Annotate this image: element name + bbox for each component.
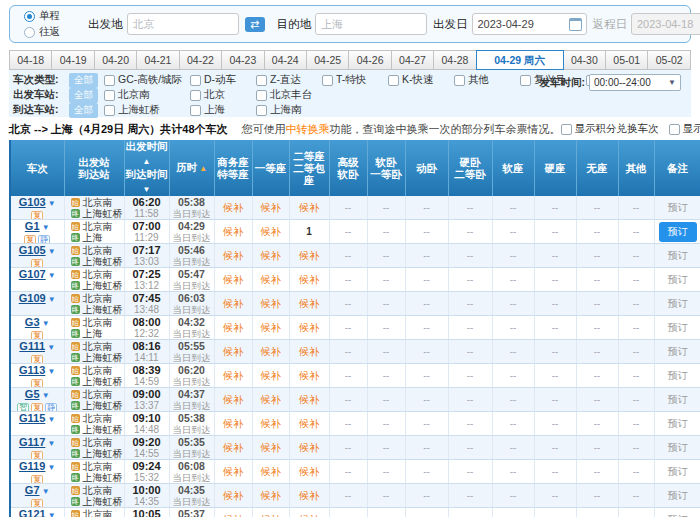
seat-availability-cell[interactable]: 候补 bbox=[252, 196, 289, 220]
filter-option[interactable]: GC-高铁/城际 bbox=[104, 73, 190, 87]
train-number-link[interactable]: G1 bbox=[25, 220, 40, 232]
seat-availability-cell[interactable]: 候补 bbox=[252, 244, 289, 268]
seat-availability-cell[interactable]: 1 bbox=[289, 220, 329, 244]
seat-availability-cell[interactable]: 候补 bbox=[289, 316, 329, 340]
train-number-link[interactable]: G107 bbox=[19, 268, 46, 280]
train-number-link[interactable]: G3 bbox=[25, 316, 40, 328]
date-tab-05-01[interactable]: 05-01 bbox=[605, 50, 648, 70]
seat-availability-cell[interactable]: 候补 bbox=[252, 220, 289, 244]
book-button[interactable]: 预订 bbox=[659, 222, 697, 242]
seat-availability-cell[interactable]: 候补 bbox=[289, 484, 329, 508]
seat-availability-cell[interactable]: 候补 bbox=[289, 268, 329, 292]
swap-stations-icon[interactable]: ⇄ bbox=[245, 17, 265, 32]
seat-availability-cell[interactable]: 候补 bbox=[252, 484, 289, 508]
column-header[interactable]: 历时 ▲ bbox=[169, 140, 214, 196]
expand-caret-icon[interactable]: ▼ bbox=[40, 487, 50, 496]
train-number-link[interactable]: G117 bbox=[19, 436, 45, 448]
seat-availability-cell[interactable]: 候补 bbox=[214, 268, 252, 292]
sort-asc-icon[interactable]: ▲ bbox=[197, 164, 207, 173]
seat-availability-cell[interactable]: 候补 bbox=[214, 244, 252, 268]
train-number-link[interactable]: G113 bbox=[19, 364, 45, 376]
date-tab-04-23[interactable]: 04-23 bbox=[221, 50, 264, 70]
depart-time-select[interactable]: 00:00--24:00 ▼ bbox=[589, 74, 681, 91]
seat-availability-cell[interactable]: 候补 bbox=[214, 196, 252, 220]
date-tab-04-26[interactable]: 04-26 bbox=[348, 50, 391, 70]
seat-availability-cell[interactable]: 候补 bbox=[252, 508, 289, 517]
seat-availability-cell[interactable]: 候补 bbox=[289, 292, 329, 316]
date-tab-04-30[interactable]: 04-30 bbox=[563, 50, 606, 70]
expand-caret-icon[interactable]: ▼ bbox=[45, 367, 55, 376]
date-tab-04-22[interactable]: 04-22 bbox=[179, 50, 222, 70]
expand-caret-icon[interactable]: ▼ bbox=[45, 343, 55, 352]
date-tab-04-18[interactable]: 04-18 bbox=[9, 50, 52, 70]
sort-desc-icon[interactable]: ▼ bbox=[143, 185, 151, 194]
seat-availability-cell[interactable]: 候补 bbox=[289, 244, 329, 268]
date-tab-04-24[interactable]: 04-24 bbox=[264, 50, 307, 70]
seat-availability-cell[interactable]: 候补 bbox=[252, 436, 289, 460]
expand-caret-icon[interactable]: ▼ bbox=[40, 319, 50, 328]
train-number-link[interactable]: G115 bbox=[19, 412, 45, 424]
seat-availability-cell[interactable]: 候补 bbox=[289, 412, 329, 436]
filter-option[interactable]: K-快速 bbox=[388, 73, 454, 87]
seat-availability-cell[interactable]: 候补 bbox=[214, 412, 252, 436]
seat-availability-cell[interactable]: 候补 bbox=[214, 292, 252, 316]
seat-availability-cell[interactable]: 候补 bbox=[214, 460, 252, 484]
seat-availability-cell[interactable]: 候补 bbox=[214, 340, 252, 364]
sort-asc-icon[interactable]: ▲ bbox=[143, 157, 151, 166]
expand-caret-icon[interactable]: ▼ bbox=[40, 223, 50, 232]
expand-caret-icon[interactable]: ▼ bbox=[46, 271, 56, 280]
seat-availability-cell[interactable]: 候补 bbox=[252, 268, 289, 292]
date-tab-04-25[interactable]: 04-25 bbox=[306, 50, 349, 70]
train-number-link[interactable]: G105 bbox=[19, 244, 46, 256]
seat-availability-cell[interactable]: 候补 bbox=[214, 316, 252, 340]
date-tab-04-21[interactable]: 04-21 bbox=[136, 50, 179, 70]
seat-availability-cell[interactable]: 候补 bbox=[289, 196, 329, 220]
date-tab-04-29[interactable]: 04-29 周六 bbox=[476, 50, 564, 70]
seat-availability-cell[interactable]: 候补 bbox=[214, 388, 252, 412]
date-tab-04-27[interactable]: 04-27 bbox=[391, 50, 434, 70]
seat-availability-cell[interactable]: 候补 bbox=[214, 364, 252, 388]
seat-availability-cell[interactable]: 候补 bbox=[289, 460, 329, 484]
seat-availability-cell[interactable]: 候补 bbox=[214, 436, 252, 460]
seat-availability-cell[interactable]: 候补 bbox=[289, 364, 329, 388]
seat-availability-cell[interactable]: 候补 bbox=[252, 340, 289, 364]
train-number-link[interactable]: G119 bbox=[19, 460, 45, 472]
radio-one-way[interactable]: 单程 bbox=[24, 9, 60, 23]
filter-option[interactable]: 上海虹桥 bbox=[104, 103, 190, 117]
filter-option[interactable]: 北京丰台 bbox=[256, 88, 322, 102]
seat-availability-cell[interactable]: 候补 bbox=[289, 388, 329, 412]
seat-availability-cell[interactable]: 候补 bbox=[214, 508, 252, 517]
expand-caret-icon[interactable]: ▼ bbox=[46, 511, 56, 517]
expand-caret-icon[interactable]: ▼ bbox=[40, 391, 50, 400]
filter-option[interactable]: T-特快 bbox=[322, 73, 388, 87]
seat-availability-cell[interactable]: 候补 bbox=[252, 292, 289, 316]
train-number-link[interactable]: G109 bbox=[19, 292, 46, 304]
display-toggle[interactable]: 显示全部可预订车次 bbox=[669, 122, 700, 136]
select-all-button[interactable]: 全部 bbox=[69, 103, 98, 118]
expand-caret-icon[interactable]: ▼ bbox=[46, 247, 56, 256]
filter-option[interactable]: 北京南 bbox=[104, 88, 190, 102]
train-number-link[interactable]: G7 bbox=[25, 484, 40, 496]
display-toggle[interactable]: 显示积分兑换车次 bbox=[561, 122, 659, 136]
expand-caret-icon[interactable]: ▼ bbox=[45, 415, 55, 424]
seat-availability-cell[interactable]: 候补 bbox=[214, 220, 252, 244]
expand-caret-icon[interactable]: ▼ bbox=[46, 199, 56, 208]
filter-option[interactable]: 北京 bbox=[190, 88, 256, 102]
train-number-link[interactable]: G121 bbox=[19, 508, 46, 517]
train-number-link[interactable]: G111 bbox=[19, 340, 45, 352]
train-number-link[interactable]: G5 bbox=[25, 388, 40, 400]
calendar-icon[interactable] bbox=[569, 18, 582, 31]
expand-caret-icon[interactable]: ▼ bbox=[45, 439, 55, 448]
expand-caret-icon[interactable]: ▼ bbox=[46, 295, 56, 304]
to-input[interactable] bbox=[315, 13, 427, 35]
filter-option[interactable]: 其他 bbox=[454, 73, 520, 87]
select-all-button[interactable]: 全部 bbox=[69, 88, 98, 103]
train-number-link[interactable]: G103 bbox=[19, 196, 46, 208]
select-all-button[interactable]: 全部 bbox=[69, 73, 98, 88]
seat-availability-cell[interactable]: 候补 bbox=[252, 316, 289, 340]
date-tab-04-20[interactable]: 04-20 bbox=[94, 50, 137, 70]
from-input[interactable] bbox=[127, 13, 239, 35]
seat-availability-cell[interactable]: 候补 bbox=[252, 364, 289, 388]
column-header[interactable]: 出发时间 ▲到达时间 ▼ bbox=[124, 140, 169, 196]
seat-availability-cell[interactable]: 候补 bbox=[252, 388, 289, 412]
